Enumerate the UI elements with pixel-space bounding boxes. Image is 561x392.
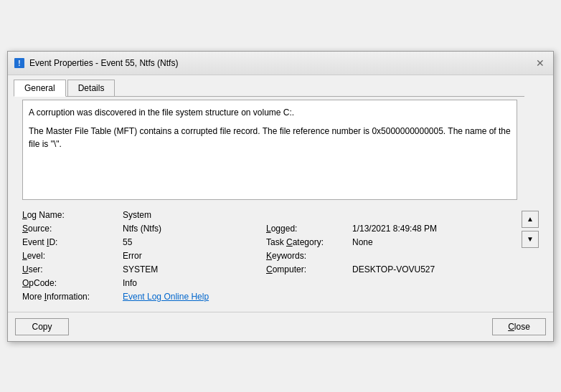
level-label: Level:	[22, 251, 123, 261]
window-icon: !	[14, 57, 25, 69]
task-category-label: Task Category:	[266, 237, 352, 247]
user-label: User:	[22, 264, 123, 274]
event-text-box: A corruption was discovered in the file …	[22, 100, 517, 200]
scroll-down-button[interactable]: ▼	[522, 231, 539, 248]
computer-value: DESKTOP-VOVU527	[352, 264, 517, 274]
log-name-value: System	[123, 210, 517, 220]
tab-general[interactable]: General	[14, 80, 66, 97]
event-text-line1: A corruption was discovered in the file …	[29, 106, 511, 119]
copy-button[interactable]: Copy	[15, 318, 69, 335]
title-bar: ! Event Properties - Event 55, Ntfs (Ntf…	[8, 52, 553, 75]
main-body: A corruption was discovered in the file …	[8, 96, 553, 312]
event-id-label: Event ID:	[22, 237, 123, 247]
source-value: Ntfs (Ntfs)	[123, 224, 266, 234]
opcode-value: Info	[123, 278, 517, 288]
tab-details[interactable]: Details	[67, 80, 116, 96]
scroll-up-button[interactable]: ▲	[522, 211, 539, 228]
tab-bar: General Details	[8, 75, 553, 96]
window-title: Event Properties - Event 55, Ntfs (Ntfs)	[29, 58, 178, 68]
level-value: Error	[123, 251, 266, 261]
event-id-value: 55	[123, 237, 266, 247]
logged-label: Logged:	[266, 224, 352, 234]
svg-text:!: !	[18, 59, 20, 67]
scroll-buttons: ▲ ▼	[522, 211, 539, 248]
event-text-line2: The Master File Table (MFT) contains a c…	[29, 125, 511, 150]
logged-value: 1/13/2021 8:49:48 PM	[352, 224, 517, 234]
event-properties-window: ! Event Properties - Event 55, Ntfs (Ntf…	[7, 51, 554, 342]
event-log-online-help-link[interactable]: Event Log Online Help	[123, 292, 517, 302]
info-grid: Log Name: System Source: Ntfs (Ntfs) Log…	[22, 207, 517, 305]
task-category-value: None	[352, 237, 517, 247]
log-name-label: Log Name:	[22, 210, 123, 220]
window-close-button[interactable]: ✕	[533, 56, 547, 70]
title-bar-left: ! Event Properties - Event 55, Ntfs (Ntf…	[14, 57, 178, 69]
close-button[interactable]: Close	[492, 318, 546, 335]
footer: Copy Close	[8, 312, 553, 341]
content-area: A corruption was discovered in the file …	[15, 96, 524, 312]
keywords-label: Keywords:	[266, 251, 352, 261]
computer-label: Computer:	[266, 264, 352, 274]
opcode-label: OpCode:	[22, 278, 123, 288]
source-label: Source:	[22, 224, 123, 234]
more-info-label: More Information:	[22, 292, 123, 302]
user-value: SYSTEM	[123, 264, 266, 274]
